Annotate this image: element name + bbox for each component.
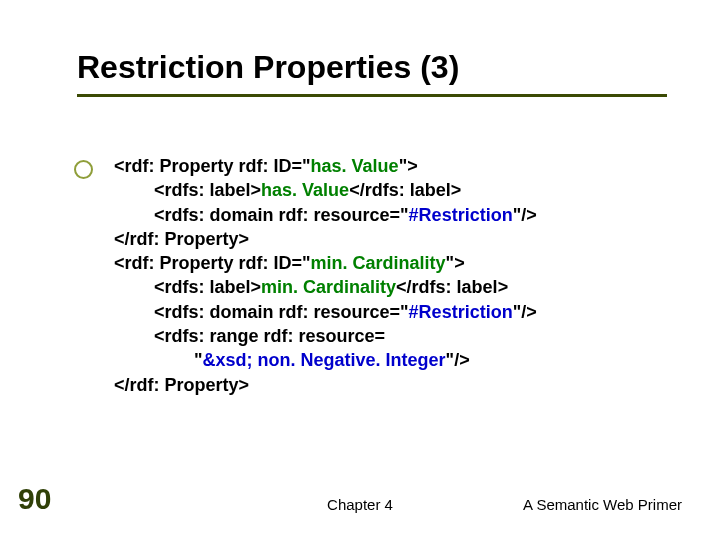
code-l9c: "/> [446,350,470,370]
code-l3c: "/> [513,205,537,225]
code-l1c: "> [399,156,418,176]
code-block: <rdf: Property rdf: ID="has. Value"> <rd… [114,154,674,397]
code-l9b: &xsd; non. Negative. Integer [203,350,446,370]
bullet-icon [74,160,93,179]
code-l10: </rdf: Property> [114,375,249,395]
slide-title: Restriction Properties (3) [77,48,680,86]
code-l7c: "/> [513,302,537,322]
code-l5b: min. Cardinality [311,253,446,273]
code-l3a: <rdfs: domain rdf: resource=" [114,205,409,225]
slide: Restriction Properties (3) <rdf: Propert… [0,0,720,540]
code-l7b: #Restriction [409,302,513,322]
code-l3b: #Restriction [409,205,513,225]
code-l1a: <rdf: Property rdf: ID=" [114,156,311,176]
code-l6a: <rdfs: label> [114,277,261,297]
code-l5c: "> [446,253,465,273]
code-l1b: has. Value [311,156,399,176]
title-block: Restriction Properties (3) [77,48,680,97]
code-l4: </rdf: Property> [114,229,249,249]
code-l2a: <rdfs: label> [114,180,261,200]
code-l8: <rdfs: range rdf: resource= [114,326,385,346]
footer-book: A Semantic Web Primer [523,496,682,513]
code-l6c: </rdfs: label> [396,277,508,297]
code-l7a: <rdfs: domain rdf: resource=" [114,302,409,322]
title-underline [77,94,667,97]
code-l5a: <rdf: Property rdf: ID=" [114,253,311,273]
code-l6b: min. Cardinality [261,277,396,297]
code-l9a: " [114,350,203,370]
code-l2c: </rdfs: label> [349,180,461,200]
code-l2b: has. Value [261,180,349,200]
